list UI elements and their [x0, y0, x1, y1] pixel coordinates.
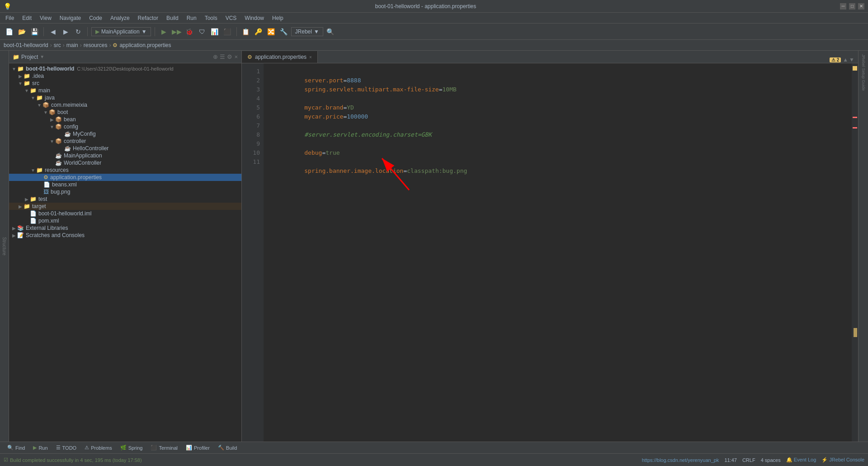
tree-item-scratches[interactable]: ▶ 📝 Scratches and Consoles	[9, 232, 241, 239]
tree-item-bug-png[interactable]: 🖼 bug.png	[9, 188, 241, 195]
run-with-coverage-button[interactable]: 🛡	[197, 26, 208, 37]
forward-button[interactable]: ▶	[60, 26, 71, 37]
menu-vcs[interactable]: VCS	[222, 14, 241, 22]
tree-item-test[interactable]: ▶ 📁 test	[9, 195, 241, 203]
new-file-button[interactable]: 📄	[4, 26, 14, 37]
scheme-button[interactable]: 🔑	[253, 26, 264, 37]
collapse-all-button[interactable]: ☰	[220, 53, 225, 60]
tree-label-myconfig: MyConfig	[73, 131, 96, 137]
locate-file-button[interactable]: ⊕	[213, 53, 218, 60]
tree-arrow-scratches: ▶	[11, 233, 17, 238]
menu-code[interactable]: Code	[85, 14, 106, 22]
menu-build[interactable]: Build	[163, 14, 182, 22]
terminal-button[interactable]: ⬛ Terminal	[147, 444, 181, 452]
tree-item-src[interactable]: ▼ 📁 src	[9, 80, 241, 87]
tab-close-button[interactable]: ×	[309, 55, 312, 60]
tree-item-config[interactable]: ▼ 📦 config	[9, 123, 241, 130]
debug-button[interactable]: 🐞	[184, 26, 195, 37]
menu-help[interactable]: Help	[269, 14, 287, 22]
event-log-icon: 🔔	[786, 457, 793, 462]
problems-button[interactable]: ⚠ Problems	[81, 444, 115, 452]
tree-item-java[interactable]: ▼ 📁 java	[9, 94, 241, 101]
build-button[interactable]: ▶	[159, 26, 170, 37]
status-url[interactable]: https://blog.csdn.net/yerenyuan_pk	[642, 457, 719, 463]
menu-refactor[interactable]: Refactor	[134, 14, 162, 22]
tree-item-boot[interactable]: ▼ 📦 boot	[9, 109, 241, 116]
panel-settings-button[interactable]: ⚙	[227, 53, 232, 60]
tree-item-root[interactable]: ▼ 📁 boot-01-helloworld C:\Users\32120\De…	[9, 65, 241, 72]
save-button[interactable]: 💾	[29, 26, 40, 37]
tree-item-main[interactable]: ▼ 📁 main	[9, 87, 241, 94]
panel-close-button[interactable]: ×	[234, 53, 238, 60]
tab-label: application.properties	[255, 54, 307, 60]
run-config-selector[interactable]: ▶ MainApplication ▼	[91, 27, 151, 36]
tree-item-target[interactable]: ▶ 📁 target	[9, 203, 241, 210]
todo-button[interactable]: ☰ TODO	[52, 444, 80, 452]
refresh-button[interactable]: ↻	[73, 26, 84, 37]
run-button[interactable]: ▶▶	[171, 26, 182, 37]
jrebel-sidebar-panel[interactable]: JRebel Setup Guide	[858, 51, 868, 442]
tree-item-idea[interactable]: ▶ 📁 .idea	[9, 72, 241, 80]
tree-item-application-properties[interactable]: ⚙ application.properties	[9, 174, 241, 181]
back-button[interactable]: ◀	[47, 26, 58, 37]
menu-view[interactable]: View	[36, 14, 55, 22]
menu-navigate[interactable]: Navigate	[56, 14, 85, 22]
gutter-down-button[interactable]: ▼	[849, 57, 854, 63]
tree-item-worldcontroller[interactable]: ☕ WorldController	[9, 159, 241, 166]
profile-button[interactable]: 📊	[209, 26, 220, 37]
code-key-11: spring.banner.image.location	[304, 167, 403, 174]
tree-item-resources[interactable]: ▼ 📁 resources	[9, 166, 241, 174]
spring-button[interactable]: 🌿 Spring	[117, 444, 146, 452]
menu-analyze[interactable]: Analyze	[107, 14, 133, 22]
tree-item-controller[interactable]: ▼ 📦 controller	[9, 138, 241, 145]
editor-content[interactable]: 1 2 3 4 5 6 7 8 9 10 11 server.port=8888	[242, 63, 858, 442]
tree-item-mainapplication[interactable]: ☕ MainApplication	[9, 152, 241, 159]
menu-window[interactable]: Window	[241, 14, 268, 22]
tree-item-pom-xml[interactable]: 📄 pom.xml	[9, 217, 241, 224]
jrebel-config-selector[interactable]: JRebel ▼	[291, 27, 323, 36]
tree-item-myconfig[interactable]: ☕ MyConfig	[9, 130, 241, 138]
minimize-button[interactable]: ─	[840, 3, 846, 10]
maximize-button[interactable]: □	[849, 3, 855, 10]
structure-sidebar-tab[interactable]: Structure	[0, 51, 9, 442]
project-dropdown-icon[interactable]: ▼	[40, 54, 44, 59]
search-everywhere-button[interactable]: 🔍	[325, 26, 336, 37]
breadcrumb-resources[interactable]: resources	[84, 42, 108, 48]
gutter-up-button[interactable]: ▲	[843, 57, 848, 63]
git-button[interactable]: 🔀	[266, 26, 277, 37]
jrebel-console-button[interactable]: ⚡ JRebel Console	[821, 457, 864, 463]
profiler-button[interactable]: 📊 Profiler	[182, 444, 213, 452]
tree-label-resources: resources	[45, 167, 69, 173]
breadcrumb-src[interactable]: src	[54, 42, 61, 48]
code-editor[interactable]: server.port=8888 spring.servlet.multipar…	[264, 63, 852, 442]
event-log-button[interactable]: 🔔 Event Log	[786, 457, 816, 463]
find-button[interactable]: 🔍 Find	[4, 444, 28, 452]
settings-button[interactable]: 🔧	[278, 26, 289, 37]
project-title-label: Project	[21, 54, 38, 60]
menu-run[interactable]: Run	[183, 14, 200, 22]
tree-item-bean[interactable]: ▶ 📦 bean	[9, 116, 241, 123]
tree-item-beans-xml[interactable]: 📄 beans.xml	[9, 181, 241, 188]
menu-tools[interactable]: Tools	[201, 14, 221, 22]
breadcrumb-main[interactable]: main	[66, 42, 78, 48]
build-tool-button[interactable]: 🔨 Build	[214, 444, 241, 452]
force-stop-button[interactable]: ⬛	[222, 26, 233, 37]
jrebel-label: JRebel	[295, 29, 312, 35]
tree-icon-bean: 📦	[55, 116, 62, 123]
tree-item-com-meimeixia[interactable]: ▼ 📦 com.meimeixia	[9, 101, 241, 109]
tree-item-external-libraries[interactable]: ▶ 📚 External Libraries	[9, 224, 241, 232]
close-button[interactable]: ✕	[858, 3, 864, 10]
tree-arrow-bean: ▶	[49, 117, 55, 122]
open-button[interactable]: 📂	[16, 26, 27, 37]
run-tool-button[interactable]: ▶ Run	[29, 444, 51, 452]
code-coverage-button[interactable]: 📋	[241, 26, 251, 37]
tree-item-hellocontroller[interactable]: ☕ HelloController	[9, 145, 241, 152]
breadcrumb-project[interactable]: boot-01-helloworld	[4, 42, 48, 48]
menu-file[interactable]: File	[2, 14, 18, 22]
tree-item-iml[interactable]: 📄 boot-01-helloworld.iml	[9, 210, 241, 217]
tree-arrow-resources: ▼	[30, 168, 36, 173]
toolbar: 📄 📂 💾 ◀ ▶ ↻ ▶ MainApplication ▼ ▶ ▶▶ 🐞 🛡…	[0, 24, 868, 40]
editor-tab-application-properties[interactable]: ⚙ application.properties ×	[242, 51, 318, 63]
menu-edit[interactable]: Edit	[19, 14, 35, 22]
tree-label-worldcontroller: WorldController	[64, 160, 101, 166]
